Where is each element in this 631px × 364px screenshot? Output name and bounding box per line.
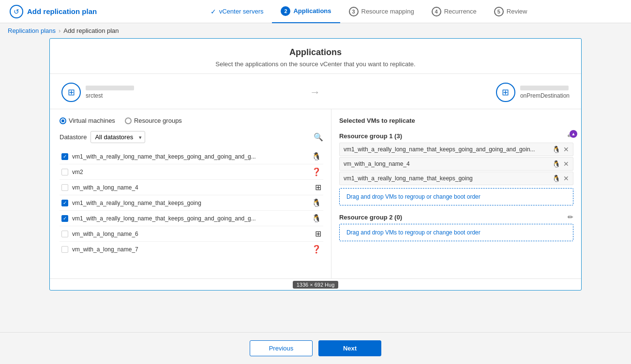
source-vcenter-name-bar bbox=[86, 86, 134, 90]
vm-checkbox-0[interactable]: ✓ bbox=[61, 153, 68, 160]
app-title: Add replication plan bbox=[27, 7, 97, 15]
radio-vms-dot bbox=[60, 117, 66, 124]
rg2-drag-drop-zone[interactable]: Drag and drop VMs to regroup or change b… bbox=[339, 224, 573, 241]
step-recurrence[interactable]: 4 Recurrence bbox=[423, 0, 485, 23]
vm-checkbox-1[interactable] bbox=[61, 169, 68, 175]
vm-name-2: vm_with_a_long_name_4 bbox=[72, 184, 311, 191]
radio-vms[interactable]: Virtual machines bbox=[60, 117, 115, 124]
vm-checkbox-5[interactable] bbox=[61, 231, 68, 237]
card-subtitle: Select the applications on the source vC… bbox=[61, 60, 570, 68]
wizard-card: Applications Select the applications on … bbox=[49, 38, 582, 291]
vm-checkbox-2[interactable] bbox=[61, 184, 68, 191]
nav-logo: ↺ Add replication plan bbox=[10, 5, 97, 18]
dimension-hint: 1336 × 692 Hug bbox=[293, 281, 339, 289]
step-vcenter[interactable]: ✓ vCenter servers bbox=[202, 0, 272, 23]
search-icon[interactable]: 🔍 bbox=[314, 132, 323, 142]
main-content: Applications Select the applications on … bbox=[0, 38, 631, 298]
dest-vcenter: ⊞ onPremDestination bbox=[496, 83, 570, 102]
rg1-vm-os-1: 🐧 bbox=[552, 160, 560, 168]
step-review[interactable]: 5 Review bbox=[485, 0, 536, 23]
step-vcenter-label: vCenter servers bbox=[219, 8, 264, 15]
radio-rg-dot bbox=[125, 117, 132, 124]
datastore-select[interactable]: All datastores bbox=[90, 131, 145, 143]
card-body: Virtual machines Resource groups Datasto… bbox=[50, 109, 581, 278]
rg1-vm-name-0: vm1_with_a_really_long_name_that_keeps_g… bbox=[344, 146, 549, 153]
next-button[interactable]: Next bbox=[318, 340, 381, 356]
breadcrumb: Replication plans › Add replication plan bbox=[0, 23, 631, 38]
right-panel: Selected VMs to replicate Resource group… bbox=[331, 109, 581, 278]
step-applications[interactable]: 2 Applications bbox=[272, 0, 340, 23]
rg1-vm-close-0[interactable]: ✕ bbox=[563, 146, 569, 153]
rg1-drag-drop-zone[interactable]: Drag and drop VMs to regroup or change b… bbox=[339, 188, 573, 205]
rg2-header: Resource group 2 (0) ✏ bbox=[339, 211, 573, 224]
previous-button[interactable]: Previous bbox=[250, 340, 313, 356]
rg1-title: Resource group 1 (3) bbox=[339, 132, 402, 140]
dest-vcenter-icon: ⊞ bbox=[496, 83, 515, 102]
step-resource-mapping[interactable]: 3 Resource mapping bbox=[340, 0, 423, 23]
vm-name-4: vm1_with_a_really_long_name_that_keeps_g… bbox=[72, 215, 308, 222]
rg-vm-row: vm1_with_a_really_long_name_that_keeps_g… bbox=[339, 143, 573, 156]
vm-checkbox-4[interactable]: ✓ bbox=[61, 215, 68, 222]
dest-vcenter-name-bar bbox=[520, 86, 569, 90]
dimension-row: 1336 × 692 Hug bbox=[50, 278, 581, 290]
rg1-vm-close-1[interactable]: ✕ bbox=[563, 160, 569, 168]
rg1-edit-wrap: ✏ ▲ bbox=[568, 132, 573, 140]
vm-name-1: vm2 bbox=[72, 169, 308, 175]
app-logo-icon: ↺ bbox=[10, 5, 23, 18]
nav-steps: ✓ vCenter servers 2 Applications 3 Resou… bbox=[116, 0, 621, 23]
step-resource-mapping-number: 3 bbox=[349, 7, 359, 16]
vcenter-arrow-icon: → bbox=[134, 86, 496, 99]
resource-group-2: Resource group 2 (0) ✏ Drag and drop VMs… bbox=[339, 211, 573, 241]
list-item: vm_with_a_long_name_7 ❓ bbox=[60, 242, 323, 257]
rg1-vm-close-2[interactable]: ✕ bbox=[563, 175, 569, 182]
vm-name-3: vm1_with_a_really_long_name_that_keeps_g… bbox=[72, 200, 308, 206]
radio-rg[interactable]: Resource groups bbox=[125, 117, 182, 124]
rg-vm-row: vm_with_a_long_name_4 🐧 ✕ bbox=[339, 157, 573, 171]
step-review-label: Review bbox=[507, 8, 527, 15]
rg1-vm-os-0: 🐧 bbox=[552, 146, 560, 153]
list-item: ✓ vm1_with_a_really_long_name_that_keeps… bbox=[60, 211, 323, 226]
list-item: vm2 ❓ bbox=[60, 164, 323, 180]
list-item: vm_with_a_long_name_4 ⊞ bbox=[60, 180, 323, 195]
breadcrumb-separator: › bbox=[59, 27, 60, 34]
datastore-label: Datastore bbox=[60, 133, 87, 141]
step-recurrence-number: 4 bbox=[432, 7, 441, 16]
left-panel: Virtual machines Resource groups Datasto… bbox=[50, 109, 331, 278]
step-applications-number: 2 bbox=[281, 6, 290, 16]
vm-name-0: vm1_with_a_really_long_name_that_keeps_g… bbox=[72, 153, 308, 160]
rg1-vm-list: vm1_with_a_really_long_name_that_keeps_g… bbox=[339, 143, 573, 185]
rg1-vm-name-2: vm1_with_a_really_long_name_that_keeps_g… bbox=[344, 175, 549, 182]
rg1-vm-os-2: 🐧 bbox=[552, 175, 560, 182]
card-title: Applications bbox=[61, 47, 570, 58]
dest-vcenter-info: onPremDestination bbox=[520, 86, 570, 99]
vm-os-icon-0: 🐧 bbox=[312, 152, 321, 161]
radio-rg-label: Resource groups bbox=[134, 117, 182, 124]
step-applications-label: Applications bbox=[293, 7, 331, 15]
source-vcenter-icon: ⊞ bbox=[61, 83, 81, 102]
vm-checkbox-6[interactable] bbox=[61, 246, 68, 253]
rg1-header: Resource group 1 (3) ✏ ▲ bbox=[339, 130, 573, 143]
breadcrumb-parent[interactable]: Replication plans bbox=[8, 27, 56, 34]
rg1-vm-name-1: vm_with_a_long_name_4 bbox=[344, 160, 549, 167]
list-item: ✓ vm1_with_a_really_long_name_that_keeps… bbox=[60, 195, 323, 211]
step-review-number: 5 bbox=[494, 7, 504, 16]
step-check-icon: ✓ bbox=[210, 8, 216, 15]
datastore-row: Datastore All datastores 🔍 bbox=[60, 131, 323, 143]
rg2-edit-icon[interactable]: ✏ bbox=[568, 213, 573, 221]
vm-os-icon-3: 🐧 bbox=[312, 198, 321, 207]
vm-type-radio-group: Virtual machines Resource groups bbox=[60, 117, 323, 124]
rg1-badge: ▲ bbox=[570, 130, 577, 138]
vm-os-icon-1: ❓ bbox=[312, 167, 321, 176]
list-item: vm_with_a_long_name_6 ⊞ bbox=[60, 226, 323, 242]
datastore-select-wrap[interactable]: All datastores bbox=[90, 131, 145, 143]
card-header: Applications Select the applications on … bbox=[50, 39, 581, 74]
vm-name-6: vm_with_a_long_name_7 bbox=[72, 246, 308, 253]
vm-list: ✓ vm1_with_a_really_long_name_that_keeps… bbox=[60, 149, 323, 257]
vm-checkbox-3[interactable]: ✓ bbox=[61, 200, 68, 206]
step-recurrence-label: Recurrence bbox=[444, 8, 477, 15]
list-item: ✓ vm1_with_a_really_long_name_that_keeps… bbox=[60, 149, 323, 164]
source-vcenter: ⊞ srctest bbox=[61, 83, 134, 102]
vm-os-icon-5: ⊞ bbox=[315, 229, 321, 238]
vcenter-row: ⊞ srctest → ⊞ onPremDestination bbox=[50, 74, 581, 109]
rg2-title: Resource group 2 (0) bbox=[339, 214, 402, 221]
